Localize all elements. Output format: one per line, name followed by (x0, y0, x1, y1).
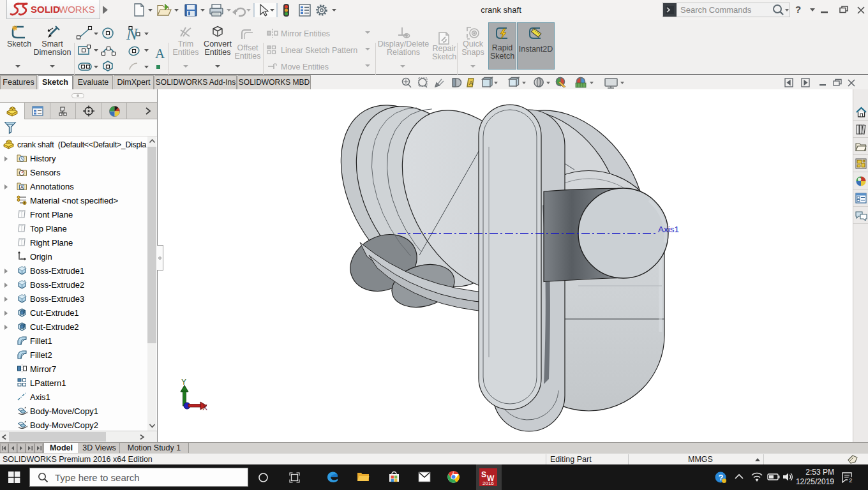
svg-text:2016: 2016 (483, 480, 494, 486)
svg-text:A: A (20, 185, 24, 189)
svg-text:SOLID: SOLID (31, 4, 60, 15)
svg-text:X: X (202, 403, 207, 412)
svg-text:S: S (481, 470, 486, 479)
svg-text:WORKS: WORKS (59, 4, 95, 15)
svg-text:Y: Y (181, 378, 186, 387)
svg-text:A: A (155, 46, 165, 61)
svg-text:2: 2 (849, 477, 852, 483)
svg-text:A: A (469, 80, 473, 86)
svg-text:N: N (126, 25, 138, 43)
svg-text:Axis1: Axis1 (658, 225, 679, 234)
